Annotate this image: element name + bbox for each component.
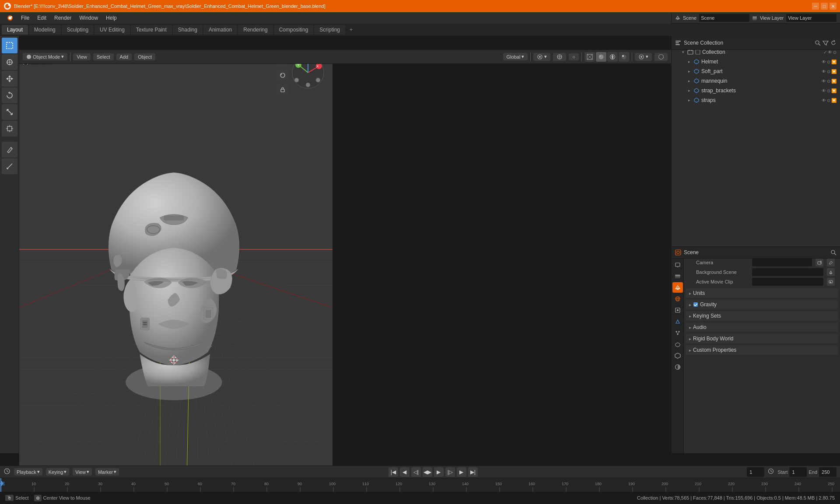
expand-helmet[interactable]: ▸ — [686, 59, 692, 64]
menu-window[interactable]: Window — [76, 14, 102, 22]
viewport-object-menu[interactable]: Object — [134, 53, 155, 60]
rigid-body-section-header[interactable]: ▸ Rigid Body World — [686, 334, 838, 343]
tab-animation[interactable]: Animation — [203, 25, 237, 35]
play-reverse-btn[interactable]: ◀▶ — [423, 467, 432, 477]
maximize-btn[interactable]: □ — [821, 3, 828, 10]
end-frame-input[interactable]: 250 — [819, 467, 836, 477]
props-scene-icon[interactable] — [672, 282, 683, 293]
background-scene-browse-btn[interactable] — [827, 268, 835, 276]
outliner-mannequin[interactable]: ▸ mannequin 👁 ⊙ 🔽 — [673, 76, 838, 86]
wireframe-shading-btn[interactable] — [584, 52, 595, 62]
movie-clip-browse-btn[interactable] — [827, 278, 835, 286]
properties-search[interactable] — [830, 249, 836, 256]
tab-layout[interactable]: Layout — [2, 25, 28, 35]
measure-tool-btn[interactable] — [2, 158, 18, 174]
strap-brackets-render[interactable]: ⊙ — [827, 88, 830, 93]
global-selector[interactable]: Global ▾ — [503, 53, 528, 60]
tab-modeling[interactable]: Modeling — [29, 25, 61, 35]
snap-btn[interactable] — [553, 53, 566, 61]
next-frame-btn[interactable]: ▶ — [457, 467, 466, 477]
props-modifier-icon[interactable] — [672, 316, 683, 327]
scale-tool-btn[interactable] — [2, 104, 18, 120]
soft-part-eye[interactable]: 👁 — [822, 69, 826, 74]
keying-sets-section-header[interactable]: ▸ Keying Sets — [686, 311, 838, 321]
audio-section-header[interactable]: ▸ Audio — [686, 322, 838, 332]
proportional-edit-btn[interactable]: ○ — [569, 53, 579, 60]
straps-render[interactable]: ⊙ — [827, 98, 830, 103]
cursor-tool-btn[interactable] — [2, 54, 18, 70]
straps-select[interactable]: 🔽 — [831, 98, 836, 103]
mannequin-select[interactable]: 🔽 — [831, 79, 836, 84]
expand-strap-brackets[interactable]: ▸ — [686, 88, 692, 93]
playback-menu[interactable]: Playback ▾ — [14, 468, 42, 476]
props-world-icon[interactable] — [672, 294, 683, 304]
helmet-select[interactable]: 🔽 — [831, 60, 836, 64]
custom-props-section-header[interactable]: ▸ Custom Properties — [686, 345, 838, 355]
camera-edit-btn[interactable] — [827, 259, 835, 266]
straps-eye[interactable]: 👁 — [822, 98, 826, 103]
tab-uv-editing[interactable]: UV Editing — [94, 25, 130, 35]
movie-clip-value[interactable] — [752, 278, 823, 286]
view-menu[interactable]: View ▾ — [73, 468, 92, 476]
tab-rendering[interactable]: Rendering — [238, 25, 273, 35]
keying-menu[interactable]: Keying ▾ — [46, 468, 70, 476]
menu-blender[interactable] — [4, 14, 17, 22]
outliner-strap-brackets[interactable]: ▸ strap_brackets 👁 ⊙ 🔽 — [673, 86, 838, 95]
annotate-tool-btn[interactable] — [2, 142, 18, 158]
tab-scripting[interactable]: Scripting — [314, 25, 345, 35]
helmet-render[interactable]: ⊙ — [827, 60, 830, 64]
camera-browse-btn[interactable] — [816, 259, 823, 266]
props-view-layer-icon[interactable] — [672, 271, 683, 281]
viewport-view-menu[interactable]: View — [73, 53, 91, 60]
jump-start-btn[interactable]: |◀ — [388, 467, 398, 477]
collection-exclude[interactable]: ✓ — [823, 50, 827, 55]
transform-pivot-btn[interactable]: ▾ — [533, 53, 550, 61]
current-frame-input[interactable]: 1 — [747, 467, 764, 477]
sync-icon[interactable] — [830, 40, 836, 46]
move-tool-btn[interactable] — [2, 71, 18, 87]
tab-compositing[interactable]: Compositing — [274, 25, 314, 35]
strap-brackets-eye[interactable]: 👁 — [822, 88, 826, 93]
marker-menu[interactable]: Marker ▾ — [95, 468, 119, 476]
expand-soft-part[interactable]: ▸ — [686, 69, 692, 74]
outliner-helmet[interactable]: ▸ Helmet 👁 ⊙ 🔽 — [673, 57, 838, 66]
play-btn[interactable]: ▶ — [434, 467, 444, 477]
viewport-add-menu[interactable]: Add — [116, 53, 132, 60]
scene-select[interactable]: Scene — [699, 14, 749, 22]
prev-keyframe-btn[interactable]: ◁| — [411, 467, 421, 477]
search-icon[interactable] — [815, 40, 821, 46]
props-data-icon[interactable] — [672, 350, 683, 361]
menu-file[interactable]: File — [18, 14, 33, 22]
props-constraints-icon[interactable] — [672, 339, 683, 350]
outliner-straps[interactable]: ▸ straps 👁 ⊙ 🔽 — [673, 95, 838, 105]
overlays-btn[interactable]: ▾ — [635, 53, 652, 61]
mannequin-eye[interactable]: 👁 — [822, 79, 826, 84]
menu-render[interactable]: Render — [51, 14, 75, 22]
outliner-soft-part[interactable]: ▸ Soft_part 👁 ⊙ 🔽 — [673, 66, 838, 76]
next-keyframe-btn[interactable]: |▷ — [445, 467, 455, 477]
select-box-tool-btn[interactable] — [2, 38, 18, 53]
transform-tool-btn[interactable] — [2, 121, 18, 136]
jump-end-btn[interactable]: ▶| — [468, 467, 478, 477]
camera-value[interactable] — [752, 259, 812, 266]
close-btn[interactable]: ✕ — [830, 3, 836, 10]
solid-shading-btn[interactable] — [596, 52, 606, 62]
soft-part-render[interactable]: ⊙ — [827, 69, 830, 74]
tab-add[interactable]: + — [346, 25, 356, 35]
rotate-tool-btn[interactable] — [2, 88, 18, 103]
expand-straps[interactable]: ▸ — [686, 98, 692, 103]
menu-help[interactable]: Help — [102, 14, 120, 22]
helmet-eye[interactable]: 👁 — [822, 60, 826, 64]
minimize-btn[interactable]: ─ — [812, 3, 819, 10]
collection-hide[interactable]: 👁 — [828, 50, 832, 55]
view-render-btn[interactable] — [276, 69, 289, 81]
view-layer-select[interactable]: View Layer — [786, 14, 836, 22]
collection-render[interactable]: ⊙ — [833, 50, 836, 55]
background-scene-value[interactable] — [752, 268, 823, 276]
material-shading-btn[interactable] — [607, 52, 618, 62]
tab-sculpting[interactable]: Sculpting — [62, 25, 94, 35]
prev-frame-btn[interactable]: ◀ — [400, 467, 410, 477]
menu-edit[interactable]: Edit — [34, 14, 50, 22]
rendered-shading-btn[interactable] — [619, 52, 629, 62]
expand-collection[interactable]: ▾ — [680, 49, 686, 55]
